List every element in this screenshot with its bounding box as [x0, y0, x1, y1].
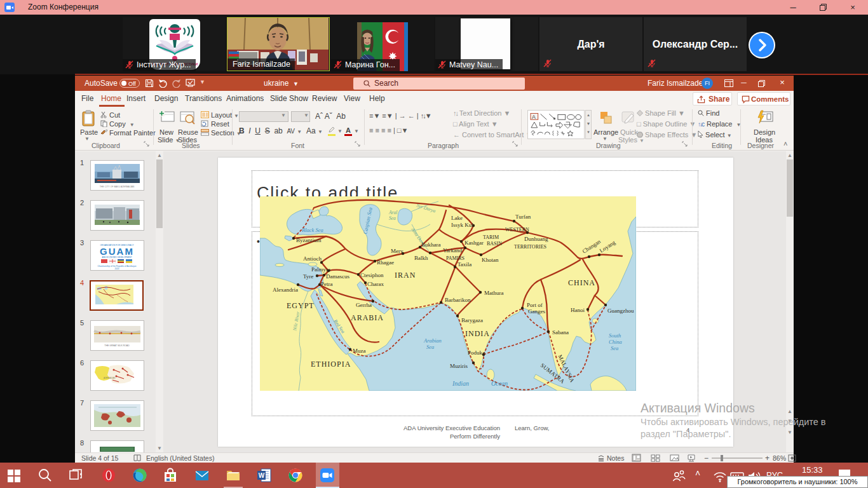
svg-text:Guangzhou: Guangzhou — [607, 308, 634, 314]
svg-text:2020: 2020 — [114, 268, 119, 270]
svg-text:Turfan: Turfan — [515, 214, 531, 220]
svg-text:EGYPT: EGYPT — [287, 301, 315, 310]
svg-text:TERRITORIES: TERRITORIES — [514, 244, 546, 250]
svg-text:W: W — [259, 472, 265, 479]
svg-text:Muza: Muza — [353, 348, 366, 354]
svg-text:WESTERN: WESTERN — [505, 227, 529, 233]
svg-text:Kashgar: Kashgar — [465, 240, 484, 246]
svg-text:Sabana: Sabana — [552, 329, 569, 336]
svg-text:Khotan: Khotan — [482, 257, 499, 263]
svg-text:ARABIA: ARABIA — [351, 313, 384, 322]
svg-text:THE GREAT SILK ROAD: THE GREAT SILK ROAD — [104, 344, 130, 347]
svg-text:Poduka: Poduka — [468, 349, 485, 356]
svg-text:Indian: Indian — [452, 380, 469, 387]
svg-text:Lake: Lake — [451, 215, 463, 221]
svg-text:Gerrha: Gerrha — [356, 302, 372, 308]
svg-text:TARIM: TARIM — [483, 234, 499, 240]
svg-text:China: China — [609, 339, 622, 345]
svg-text:Sea: Sea — [426, 344, 434, 350]
svg-text:Alexandria: Alexandria — [273, 287, 298, 293]
svg-text:PAMIRS: PAMIRS — [446, 255, 465, 261]
svg-text:Ganges: Ganges — [528, 308, 545, 315]
svg-text:Tyre: Tyre — [303, 273, 313, 280]
svg-text:Barygaza: Barygaza — [461, 317, 483, 323]
svg-text:Port of: Port of — [527, 302, 543, 308]
svg-text:Arabian: Arabian — [423, 337, 442, 344]
svg-text:Rhagae: Rhagae — [377, 259, 394, 266]
svg-text:Barbarikon: Barbarikon — [445, 297, 471, 303]
svg-text:Yarkand: Yarkand — [443, 247, 463, 254]
svg-text:Black Sea: Black Sea — [302, 227, 323, 233]
svg-text:Hanoi: Hanoi — [571, 307, 585, 313]
svg-text:BASIN: BASIN — [487, 241, 502, 247]
svg-text:Sea: Sea — [389, 215, 396, 221]
svg-text:Ocean: Ocean — [491, 380, 508, 387]
svg-text:Petra: Petra — [321, 281, 333, 287]
svg-text:Charax: Charax — [367, 281, 384, 287]
svg-text:Taxila: Taxila — [458, 261, 471, 268]
svg-text:Muziris: Muziris — [450, 363, 468, 369]
svg-text:A: A — [532, 114, 536, 120]
svg-text:Damascus: Damascus — [326, 273, 349, 280]
svg-text:AZERBAIJAN: AZERBAIJAN — [104, 377, 116, 379]
svg-text:AND ECONOMIC DEVELOPMENT: AND ECONOMIC DEVELOPMENT — [102, 256, 132, 259]
svg-text:CHINA: CHINA — [568, 278, 595, 287]
svg-text:Byzantium: Byzantium — [296, 237, 322, 243]
svg-text:GUAM: GUAM — [100, 246, 134, 257]
svg-text:South: South — [609, 332, 621, 339]
svg-text:Balkh: Balkh — [414, 255, 428, 261]
svg-text:THE CITY OF BAKU AZERBAIJAN: THE CITY OF BAKU AZERBAIJAN — [100, 186, 135, 188]
svg-text:INDIA: INDIA — [465, 329, 490, 338]
svg-text:Palmyra: Palmyra — [311, 266, 330, 273]
svg-text:Sea: Sea — [611, 345, 618, 351]
svg-text:Mathura: Mathura — [484, 290, 504, 296]
svg-text:Merv: Merv — [391, 248, 403, 254]
svg-text:Aral: Aral — [388, 210, 397, 215]
svg-text:Ctesiphon: Ctesiphon — [360, 272, 384, 278]
svg-text:Dunhuang: Dunhuang — [524, 236, 548, 242]
svg-text:Issyk Kul: Issyk Kul — [451, 222, 473, 228]
svg-text:ETHIOPIA: ETHIOPIA — [311, 360, 351, 369]
svg-text:Antioch: Antioch — [303, 255, 322, 262]
svg-text:IRAN: IRAN — [395, 271, 416, 280]
